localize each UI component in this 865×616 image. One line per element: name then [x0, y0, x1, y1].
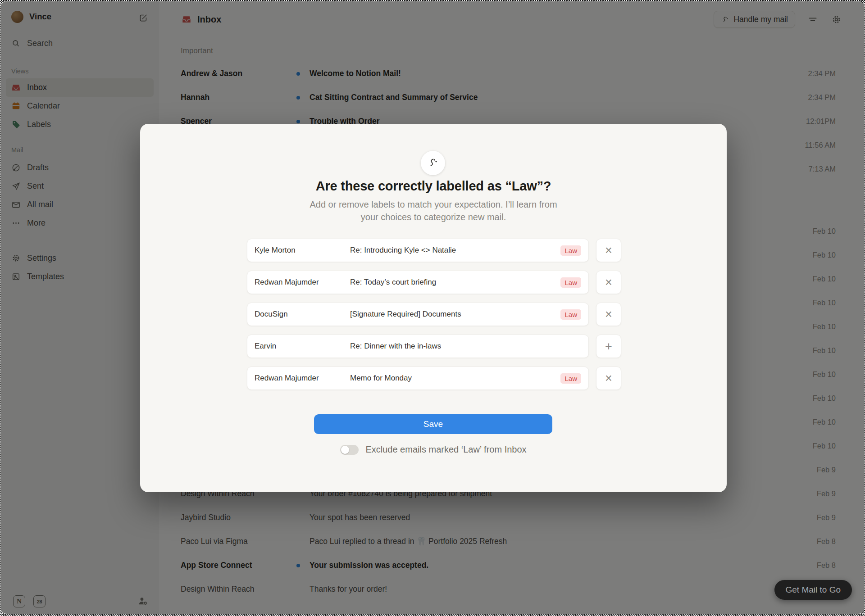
exclude-toggle-label: Exclude emails marked ‘Law’ from Inbox — [365, 444, 526, 455]
email-sender: DocuSign — [255, 310, 350, 319]
exclude-toggle[interactable] — [340, 445, 359, 455]
modal-subtitle: Add or remove labels to match your expec… — [303, 199, 564, 223]
notion-mail-window: Vince Search Views — [0, 1, 865, 614]
email-subject: Re: Dinner with the in-laws — [350, 342, 581, 351]
ai-face-icon — [421, 151, 445, 175]
remove-label-button[interactable]: × — [596, 303, 621, 326]
email-subject: Re: Today’s court briefing — [350, 278, 555, 287]
email-sender: Redwan Majumder — [255, 374, 350, 383]
add-label-button[interactable]: + — [596, 335, 621, 358]
remove-label-button[interactable]: × — [596, 271, 621, 294]
labelled-email-card[interactable]: Redwan Majumder Memo for Monday Law — [247, 367, 589, 390]
exclude-toggle-row: Exclude emails marked ‘Law’ from Inbox — [140, 444, 727, 455]
labelled-email-row: Earvin Re: Dinner with the in-laws + — [247, 335, 621, 358]
labelled-email-row: Redwan Majumder Re: Today’s court briefi… — [247, 271, 621, 294]
labelled-email-card[interactable]: Earvin Re: Dinner with the in-laws — [247, 335, 589, 358]
remove-label-button[interactable]: × — [596, 367, 621, 390]
label-badge: Law — [560, 245, 581, 256]
get-mail-to-go-button[interactable]: Get Mail to Go — [774, 580, 852, 600]
labelled-email-card[interactable]: Redwan Majumder Re: Today’s court briefi… — [247, 271, 589, 294]
labelled-email-card[interactable]: Kyle Morton Re: Introducing Kyle <> Nata… — [247, 239, 589, 262]
remove-label-button[interactable]: × — [596, 239, 621, 262]
email-subject: [Signature Required] Documents — [350, 310, 555, 319]
toggle-knob — [341, 446, 349, 454]
labelled-email-row: DocuSign [Signature Required] Documents … — [247, 303, 621, 326]
email-sender: Earvin — [255, 342, 350, 351]
labelled-email-row: Redwan Majumder Memo for Monday Law × — [247, 367, 621, 390]
email-subject: Re: Introducing Kyle <> Natalie — [350, 246, 555, 255]
label-badge: Law — [560, 309, 581, 320]
modal-title: Are these correctly labelled as “Law”? — [140, 179, 727, 194]
email-sender: Redwan Majumder — [255, 278, 350, 287]
label-badge: Law — [560, 373, 581, 384]
email-sender: Kyle Morton — [255, 246, 350, 255]
label-review-modal: Are these correctly labelled as “Law”? A… — [140, 124, 727, 492]
labelled-email-card[interactable]: DocuSign [Signature Required] Documents … — [247, 303, 589, 326]
email-subject: Memo for Monday — [350, 374, 555, 383]
labelled-email-row: Kyle Morton Re: Introducing Kyle <> Nata… — [247, 239, 621, 262]
modal-rows: Kyle Morton Re: Introducing Kyle <> Nata… — [247, 239, 621, 399]
label-badge: Law — [560, 277, 581, 288]
save-button[interactable]: Save — [314, 414, 552, 434]
